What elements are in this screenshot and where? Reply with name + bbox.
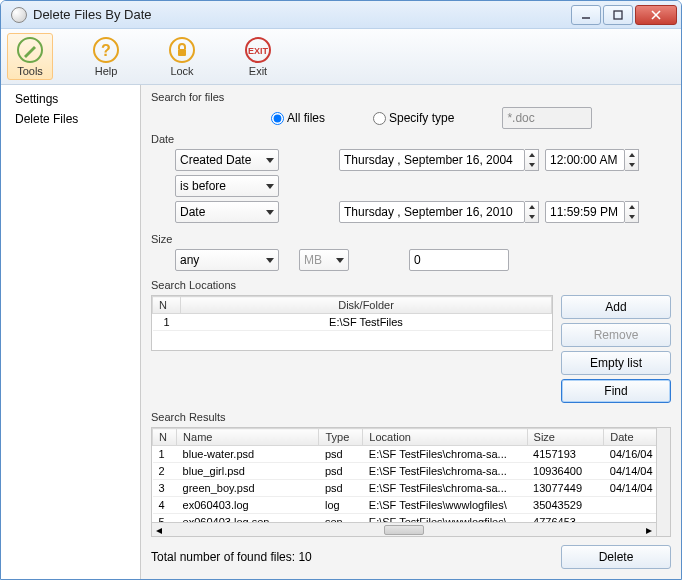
result-row[interactable]: 3green_boy.psdpsdE:\SF TestFiles\chroma-… xyxy=(153,480,670,497)
scroll-right-icon[interactable]: ▸ xyxy=(642,523,656,537)
result-row[interactable]: 4ex060403.loglogE:\SF TestFiles\wwwlogfi… xyxy=(153,497,670,514)
search-files-label: Search for files xyxy=(151,91,671,103)
specify-type-input[interactable]: *.doc xyxy=(502,107,592,129)
time-to-spinner[interactable] xyxy=(625,201,639,223)
radio-all-files[interactable]: All files xyxy=(271,111,325,125)
size-value-input[interactable]: 0 xyxy=(409,249,509,271)
app-window: Delete Files By Date Tools ? Help Lock E… xyxy=(0,0,682,580)
window-title: Delete Files By Date xyxy=(33,7,571,22)
remove-button[interactable]: Remove xyxy=(561,323,671,347)
scroll-left-icon[interactable]: ◂ xyxy=(152,523,166,537)
sidebar-item-settings[interactable]: Settings xyxy=(1,89,140,109)
date-combo[interactable]: Date xyxy=(175,201,279,223)
res-col-size[interactable]: Size xyxy=(527,429,604,446)
find-button[interactable]: Find xyxy=(561,379,671,403)
toolbar: Tools ? Help Lock EXIT Exit xyxy=(1,29,681,85)
total-files-label: Total number of found files: 10 xyxy=(151,550,312,564)
date-from-spinner[interactable] xyxy=(525,149,539,171)
date-to-spinner[interactable] xyxy=(525,201,539,223)
loc-col-folder[interactable]: Disk/Folder xyxy=(181,297,552,314)
sidebar-item-delete-files[interactable]: Delete Files xyxy=(1,109,140,129)
loc-col-n[interactable]: N xyxy=(153,297,181,314)
titlebar: Delete Files By Date xyxy=(1,1,681,29)
res-col-n[interactable]: N xyxy=(153,429,177,446)
date-label: Date xyxy=(151,133,671,145)
results-label: Search Results xyxy=(151,411,671,423)
result-row[interactable]: 2blue_girl.psdpsdE:\SF TestFiles\chroma-… xyxy=(153,463,670,480)
lock-icon xyxy=(168,36,196,64)
results-table[interactable]: N Name Type Location Size Date 1blue-wat… xyxy=(151,427,671,537)
svg-rect-1 xyxy=(614,11,622,19)
size-unit-combo[interactable]: MB xyxy=(299,249,349,271)
empty-list-button[interactable]: Empty list xyxy=(561,351,671,375)
created-date-combo[interactable]: Created Date xyxy=(175,149,279,171)
exit-button[interactable]: EXIT Exit xyxy=(235,33,281,80)
help-label: Help xyxy=(95,65,118,77)
question-icon: ? xyxy=(92,36,120,64)
size-label: Size xyxy=(151,233,671,245)
lock-button[interactable]: Lock xyxy=(159,33,205,80)
exit-label: Exit xyxy=(249,65,267,77)
add-button[interactable]: Add xyxy=(561,295,671,319)
res-col-type[interactable]: Type xyxy=(319,429,363,446)
res-col-location[interactable]: Location xyxy=(363,429,527,446)
radio-specify-type[interactable]: Specify type xyxy=(373,111,454,125)
tools-button[interactable]: Tools xyxy=(7,33,53,80)
time-to-field[interactable]: 11:59:59 PM xyxy=(545,201,625,223)
date-to-field[interactable]: Thursday , September 16, 2010 xyxy=(339,201,525,223)
results-hscroll[interactable]: ◂ ▸ xyxy=(152,522,656,536)
location-row[interactable]: 1E:\SF TestFiles xyxy=(153,314,552,331)
scroll-thumb[interactable] xyxy=(384,525,424,535)
res-col-name[interactable]: Name xyxy=(177,429,319,446)
is-before-combo[interactable]: is before xyxy=(175,175,279,197)
sidebar: Settings Delete Files xyxy=(1,85,141,579)
time-from-field[interactable]: 12:00:00 AM xyxy=(545,149,625,171)
maximize-button[interactable] xyxy=(603,5,633,25)
svg-text:?: ? xyxy=(101,42,111,59)
app-icon xyxy=(11,7,27,23)
results-vscroll[interactable] xyxy=(656,428,670,536)
help-button[interactable]: ? Help xyxy=(83,33,129,80)
minimize-button[interactable] xyxy=(571,5,601,25)
size-any-combo[interactable]: any xyxy=(175,249,279,271)
close-button[interactable] xyxy=(635,5,677,25)
main-panel: Search for files All files Specify type … xyxy=(141,85,681,579)
svg-text:EXIT: EXIT xyxy=(248,46,269,56)
tools-label: Tools xyxy=(17,65,43,77)
svg-rect-8 xyxy=(178,49,186,56)
result-row[interactable]: 1blue-water.psdpsdE:\SF TestFiles\chroma… xyxy=(153,446,670,463)
date-from-field[interactable]: Thursday , September 16, 2004 xyxy=(339,149,525,171)
delete-button[interactable]: Delete xyxy=(561,545,671,569)
locations-label: Search Locations xyxy=(151,279,671,291)
pencil-icon xyxy=(16,36,44,64)
lock-label: Lock xyxy=(170,65,193,77)
locations-table[interactable]: N Disk/Folder 1E:\SF TestFiles xyxy=(151,295,553,351)
exit-icon: EXIT xyxy=(244,36,272,64)
time-from-spinner[interactable] xyxy=(625,149,639,171)
